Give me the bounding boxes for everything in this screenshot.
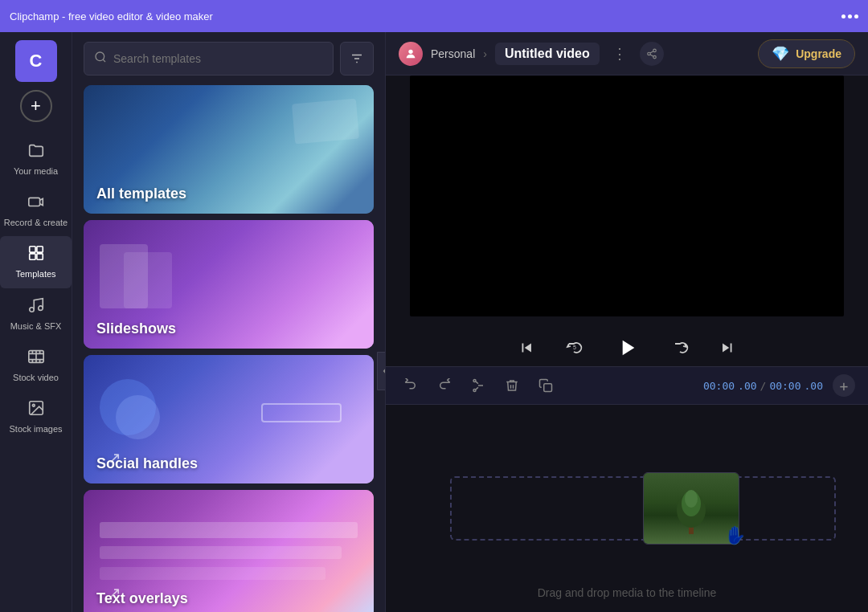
add-track-button[interactable]: + — [833, 374, 855, 397]
time-ms-total: .00 — [805, 380, 823, 392]
film-icon — [27, 348, 45, 369]
template-card-all-templates[interactable]: All templates — [84, 85, 374, 214]
sidebar-item-templates[interactable]: Templates — [0, 236, 72, 288]
template-card-text-overlays[interactable]: ↗ Text overlays — [84, 490, 374, 612]
all-templates-label: All templates — [96, 186, 186, 202]
more-options-button[interactable]: ⋮ — [608, 42, 632, 66]
music-icon — [27, 296, 45, 318]
copy-to-clipboard-button[interactable] — [534, 373, 558, 398]
timeline-toolbar: 00:00.00 / 00:00.00 + — [386, 366, 868, 405]
video-title[interactable]: Untitled video — [495, 43, 600, 65]
skip-to-end-button[interactable] — [713, 333, 742, 362]
sidebar-item-label-stock-images: Stock images — [9, 424, 62, 435]
templates-list: All templates Slideshows — [72, 85, 385, 612]
play-button[interactable] — [608, 329, 645, 366]
templates-panel: All templates Slideshows — [72, 32, 386, 612]
image-icon — [27, 399, 45, 421]
time-separator: / — [760, 380, 767, 392]
camera-icon — [27, 193, 45, 214]
sidebar-item-label-your-media: Your media — [14, 166, 58, 177]
svg-point-17 — [653, 55, 656, 59]
breadcrumb-separator: › — [483, 47, 487, 60]
app-title: Clipchamp - free video editor & video ma… — [10, 10, 213, 22]
sidebar-item-record-create[interactable]: Record & create — [0, 185, 72, 236]
sidebar-item-stock-images[interactable]: Stock images — [0, 391, 72, 443]
sidebar-item-label-music: Music & SFX — [10, 321, 62, 332]
svg-rect-4 — [36, 254, 42, 259]
folder-icon — [27, 141, 45, 163]
time-display: 00:00.00 / 00:00.00 + — [703, 374, 855, 397]
main-layout: C + Your media Record & create — [0, 32, 868, 612]
sidebar-item-label-templates: Templates — [15, 269, 55, 279]
search-input[interactable] — [113, 52, 323, 65]
search-input-wrap[interactable] — [84, 42, 334, 75]
svg-rect-1 — [29, 247, 35, 252]
add-button[interactable]: + — [20, 90, 52, 122]
svg-point-16 — [647, 52, 650, 55]
skip-to-start-button[interactable] — [512, 333, 541, 362]
templates-icon — [27, 244, 45, 266]
titlebar: Clipchamp - free video editor & video ma… — [0, 0, 868, 32]
svg-point-10 — [96, 52, 104, 61]
svg-text:5: 5 — [573, 345, 576, 350]
logo-text: C — [30, 51, 43, 71]
time-total: 00:00 — [769, 380, 800, 392]
search-bar — [72, 32, 385, 85]
delete-button[interactable] — [500, 373, 524, 398]
video-preview: 5 — [386, 75, 868, 366]
svg-rect-2 — [36, 247, 42, 252]
sidebar-item-music-sfx[interactable]: Music & SFX — [0, 288, 72, 340]
sidebar-item-label-stock-video: Stock video — [13, 373, 59, 383]
grab-cursor-icon: ✋ — [724, 525, 746, 546]
sidebar-item-your-media[interactable]: Your media — [0, 133, 72, 185]
redo-button[interactable] — [432, 373, 457, 398]
playback-controls: 5 — [512, 329, 742, 366]
sidebar-item-label-record: Record & create — [4, 218, 68, 228]
diamond-icon: 💎 — [772, 45, 789, 63]
sidebar-item-stock-video[interactable]: Stock video — [0, 340, 72, 391]
search-icon — [94, 51, 107, 67]
svg-point-25 — [685, 490, 698, 508]
svg-point-20 — [473, 380, 476, 382]
svg-point-14 — [408, 49, 412, 53]
timeline-drop-hint: Drag and drop media to the timeline — [538, 586, 717, 599]
collapse-panel-button[interactable] — [377, 352, 386, 390]
template-card-social-handles[interactable]: ↗ Social handles — [84, 355, 374, 483]
template-card-slideshows[interactable]: Slideshows — [84, 220, 374, 349]
upgrade-label: Upgrade — [796, 47, 841, 60]
svg-point-9 — [32, 404, 35, 406]
icon-sidebar: C + Your media Record & create — [0, 32, 72, 612]
slideshows-label: Slideshows — [96, 320, 176, 337]
time-current: 00:00 — [703, 380, 735, 392]
share-button[interactable] — [640, 42, 664, 66]
svg-point-5 — [29, 307, 34, 312]
forward-5s-button[interactable] — [665, 333, 694, 362]
time-ms-current: .00 — [738, 380, 756, 392]
upgrade-button[interactable]: 💎 Upgrade — [758, 39, 855, 68]
svg-rect-3 — [29, 254, 35, 259]
right-area: Personal › Untitled video ⋮ 💎 Upgrade — [386, 32, 868, 612]
top-bar: Personal › Untitled video ⋮ 💎 Upgrade — [386, 32, 868, 75]
svg-point-15 — [653, 49, 656, 51]
svg-rect-0 — [28, 198, 39, 206]
filter-button[interactable] — [340, 42, 374, 75]
cut-button[interactable] — [466, 373, 490, 398]
personal-avatar — [399, 42, 423, 66]
logo: C — [15, 40, 57, 82]
social-handles-label: Social handles — [96, 455, 198, 472]
window-more-button[interactable] — [841, 14, 858, 18]
video-player[interactable] — [410, 75, 844, 316]
undo-button[interactable] — [399, 373, 423, 398]
rewind-5s-button[interactable]: 5 — [560, 333, 589, 362]
text-overlays-label: Text overlays — [96, 590, 188, 607]
svg-point-6 — [38, 305, 43, 310]
personal-label: Personal — [431, 47, 475, 60]
svg-point-19 — [473, 390, 476, 392]
timeline-area[interactable]: ✋ Drag and drop media to the timeline — [386, 405, 868, 612]
svg-rect-21 — [544, 384, 552, 392]
